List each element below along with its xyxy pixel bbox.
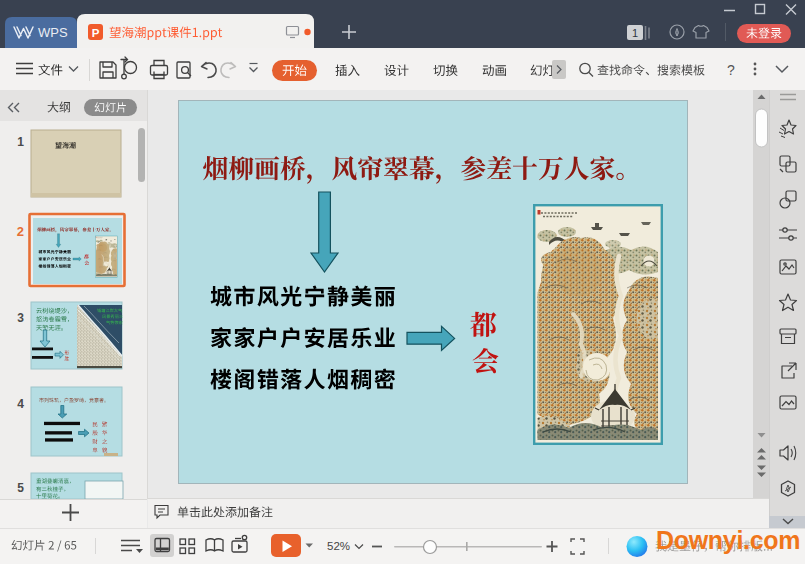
svg-text:2: 2	[17, 224, 24, 239]
svg-text:Downyi.com: Downyi.com	[656, 526, 800, 554]
svg-text:5: 5	[17, 481, 24, 495]
svg-text:1: 1	[632, 27, 638, 39]
svg-text:WPS: WPS	[38, 25, 68, 40]
svg-text:52%: 52%	[327, 540, 350, 552]
svg-text:?: ?	[727, 62, 735, 78]
svg-text:P: P	[92, 27, 100, 39]
svg-text:1: 1	[17, 135, 24, 149]
svg-text:4: 4	[17, 397, 24, 411]
svg-text:3: 3	[17, 311, 24, 325]
